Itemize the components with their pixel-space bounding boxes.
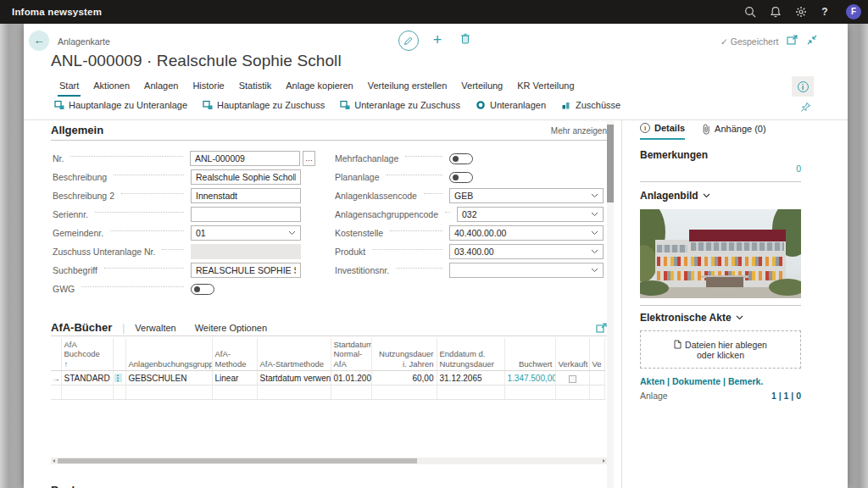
tab-statistik[interactable]: Statistik: [237, 78, 274, 97]
edit-button[interactable]: [398, 30, 419, 51]
cell-startmethode[interactable]: Startdatum verwenden: [257, 371, 331, 385]
tab-verteilung[interactable]: Verteilung: [459, 78, 504, 97]
seriennr-input[interactable]: [191, 207, 301, 222]
search-icon[interactable]: [744, 6, 756, 18]
avatar[interactable]: F: [846, 4, 861, 19]
delete-button[interactable]: [459, 32, 471, 45]
beschreibung-input[interactable]: [191, 169, 301, 185]
col-startdatum[interactable]: Startdatum Normal-AfA: [331, 338, 371, 371]
col-afa-methode[interactable]: AfA-Methode: [212, 338, 257, 371]
cell-buchcode[interactable]: STANDARD: [61, 371, 113, 385]
cell-buchwert-link[interactable]: 1.347.500,00: [504, 371, 555, 385]
afa-heading[interactable]: AfA-Bücher: [51, 321, 112, 334]
cell-startdatum[interactable]: 01.01.2006: [331, 371, 371, 385]
scroll-right-arrow[interactable]: [603, 459, 605, 463]
tab-anlage-kopieren[interactable]: Anlage kopieren: [284, 78, 355, 97]
eakte-anlage-row: Anlage 1 | 1 | 0: [640, 391, 801, 401]
mehr-anzeigen-link[interactable]: Mehr anzeigen: [551, 124, 607, 136]
open-in-window-icon[interactable]: [787, 35, 798, 45]
action-hauptanlage-zu-zuschuss[interactable]: Hauptanlage zu Zuschuss: [203, 100, 325, 110]
weitere-optionen-menu[interactable]: Weitere Optionen: [195, 323, 267, 333]
field-kostenstelle: Kostenstelle 40.400.00.00: [335, 225, 604, 241]
breadcrumb[interactable]: Anlagenkarte: [58, 36, 110, 47]
tab-details[interactable]: i Details: [640, 123, 685, 140]
anlagenklassencode-select[interactable]: GEB: [449, 188, 604, 203]
expand-table-icon[interactable]: [596, 323, 607, 333]
assist-edit-button[interactable]: …: [303, 151, 315, 166]
anlagenbild-photo[interactable]: [640, 209, 801, 298]
mehrfachanlage-toggle[interactable]: [449, 153, 473, 164]
beschreibung-2-input[interactable]: [191, 188, 301, 203]
horizontal-scrollbar-thumb[interactable]: [58, 458, 417, 463]
eakte-links[interactable]: Akten | Dokumente | Bemerk.: [640, 376, 763, 386]
verkauft-checkbox[interactable]: [569, 375, 576, 383]
anlagenbild-heading[interactable]: Anlagenbild: [640, 190, 710, 202]
back-button[interactable]: ←: [29, 30, 49, 51]
elektronische-akte-heading[interactable]: Elektronische Akte: [640, 312, 743, 324]
suchbegriff-input[interactable]: [191, 263, 301, 278]
cell-nutzungsdauer[interactable]: 60,00: [371, 371, 437, 385]
cell-methode[interactable]: Linear: [212, 371, 257, 385]
tab-start[interactable]: Start: [58, 78, 81, 97]
row-menu-button[interactable]: ⋮: [114, 374, 122, 382]
field-plananlage: Plananlage: [335, 169, 604, 185]
nr-input[interactable]: [190, 151, 300, 166]
cell-enddatum[interactable]: 31.12.2065: [437, 371, 504, 385]
panel-tabs: i Details Anhänge (0): [640, 123, 766, 140]
afa-table: AfA Buchcode↑ Anlagenbuchungsgruppe AfA-…: [51, 338, 605, 400]
action-hauptanlage-zu-unteranlage[interactable]: Hauptanlage zu Unteranlage: [54, 100, 187, 110]
save-status: ✓ Gespeichert: [721, 36, 778, 47]
table-row-empty[interactable]: [51, 385, 604, 400]
scroll-left-arrow[interactable]: [53, 459, 55, 463]
col-cutoff[interactable]: Ve: [589, 338, 604, 371]
gemeindenr-select[interactable]: 01: [191, 225, 301, 241]
table-row[interactable]: → STANDARD ⋮ GEBSCHULEN Linear Startdatu…: [51, 371, 604, 385]
col-buchwert[interactable]: Buchwert: [504, 338, 555, 371]
pin-icon[interactable]: [800, 102, 811, 113]
vertical-scrollbar[interactable]: [607, 121, 614, 488]
verwalten-menu[interactable]: Verwalten: [135, 323, 175, 333]
action-unteranlagen[interactable]: Unteranlagen: [476, 100, 546, 110]
investitionsnr-select[interactable]: [449, 263, 604, 278]
info-button[interactable]: i: [792, 76, 814, 97]
col-anlagenbuchungsgruppe[interactable]: Anlagenbuchungsgruppe: [125, 338, 212, 371]
anlage-counts-link[interactable]: 1 | 1 | 0: [771, 391, 801, 401]
col-afa-startmethode[interactable]: AfA-Startmethode: [257, 338, 331, 371]
kostenstelle-select[interactable]: 40.400.00.00: [449, 225, 604, 241]
bell-icon[interactable]: [770, 6, 782, 18]
tab-verteilung-erstellen[interactable]: Verteilung erstellen: [366, 78, 449, 97]
tab-kr-verteilung[interactable]: KR Verteilung: [515, 78, 576, 97]
field-investitionsnr: Investitionsnr.: [335, 263, 604, 278]
col-verkauft[interactable]: Verkauft: [555, 338, 589, 371]
file-dropzone[interactable]: Dateien hier ablegen oder klicken: [640, 330, 801, 369]
anlagensachgruppencode-select[interactable]: 032: [457, 207, 604, 222]
field-mehrfachanlage: Mehrfachanlage: [335, 151, 604, 166]
col-afa-buchcode[interactable]: AfA Buchcode↑: [61, 338, 113, 371]
action-unteranlage-zu-zuschuss[interactable]: Unteranlage zu Zuschuss: [340, 100, 460, 110]
gear-icon[interactable]: [795, 6, 807, 18]
relation-icon: [203, 100, 213, 110]
tab-aktionen[interactable]: Aktionen: [92, 78, 131, 97]
field-gemeindenr: Gemeindenr. 01: [53, 225, 301, 241]
afa-section-header: AfA-Bücher | Verwalten Weitere Optionen: [51, 319, 607, 336]
tab-anhaenge[interactable]: Anhänge (0): [702, 123, 766, 140]
new-button[interactable]: +: [429, 30, 446, 50]
col-enddatum[interactable]: Enddatum d. Nutzungsdauer: [437, 338, 504, 371]
allgemein-heading[interactable]: Allgemein: [51, 124, 103, 136]
bemerkungen-count-link[interactable]: 0: [640, 164, 801, 174]
collapse-icon[interactable]: [807, 35, 817, 45]
field-seriennr: Seriennr.: [53, 207, 301, 222]
cell-gruppe[interactable]: GEBSCHULEN: [125, 371, 212, 385]
tab-anlagen[interactable]: Anlagen: [142, 78, 180, 97]
produkt-select[interactable]: 03.400.00: [449, 244, 604, 259]
col-nutzungsdauer[interactable]: Nutzungsdauer i. Jahren: [371, 338, 437, 371]
tab-historie[interactable]: Historie: [191, 78, 225, 97]
next-section-heading-clipped[interactable]: Buchung: [51, 482, 220, 488]
gwg-toggle[interactable]: [191, 284, 214, 295]
action-zuschuesse[interactable]: Zuschüsse: [561, 100, 620, 110]
panel-divider: [621, 120, 622, 488]
horizontal-scrollbar[interactable]: [51, 458, 607, 464]
vertical-scrollbar-thumb[interactable]: [607, 125, 614, 202]
plananlage-toggle[interactable]: [449, 172, 473, 183]
help-icon[interactable]: ?: [819, 6, 831, 18]
